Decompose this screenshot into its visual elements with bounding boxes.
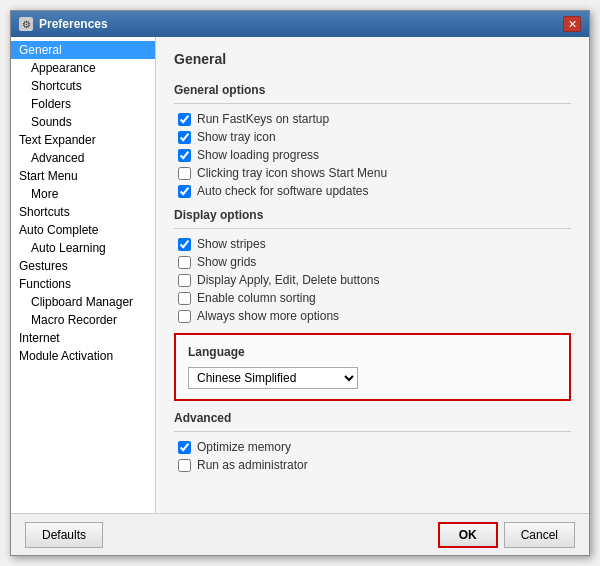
general-options-list: Run FastKeys on startupShow tray iconSho… bbox=[174, 112, 571, 198]
cancel-button[interactable]: Cancel bbox=[504, 522, 575, 548]
general-option-label-2: Show loading progress bbox=[197, 148, 319, 162]
display-options-label: Display options bbox=[174, 208, 571, 222]
advanced-option-row-0: Optimize memory bbox=[174, 440, 571, 454]
sidebar-item-folders[interactable]: Folders bbox=[11, 95, 155, 113]
general-option-checkbox-0[interactable] bbox=[178, 113, 191, 126]
footer-right: OK Cancel bbox=[438, 522, 575, 548]
title-bar-left: ⚙ Preferences bbox=[19, 17, 108, 31]
general-option-row-0: Run FastKeys on startup bbox=[174, 112, 571, 126]
sidebar-item-internet[interactable]: Internet bbox=[11, 329, 155, 347]
dialog-icon: ⚙ bbox=[19, 17, 33, 31]
sidebar-item-auto-complete[interactable]: Auto Complete bbox=[11, 221, 155, 239]
sidebar-item-text-expander[interactable]: Text Expander bbox=[11, 131, 155, 149]
dialog-footer: Defaults OK Cancel bbox=[11, 513, 589, 555]
display-option-label-4: Always show more options bbox=[197, 309, 339, 323]
general-option-row-4: Auto check for software updates bbox=[174, 184, 571, 198]
language-select-row: Chinese SimplifiedEnglishGermanFrench bbox=[188, 367, 557, 389]
display-option-checkbox-4[interactable] bbox=[178, 310, 191, 323]
sidebar-item-more[interactable]: More bbox=[11, 185, 155, 203]
sidebar-item-start-menu[interactable]: Start Menu bbox=[11, 167, 155, 185]
general-options-label: General options bbox=[174, 83, 571, 97]
sidebar-item-module-activation[interactable]: Module Activation bbox=[11, 347, 155, 365]
general-option-checkbox-4[interactable] bbox=[178, 185, 191, 198]
general-option-row-3: Clicking tray icon shows Start Menu bbox=[174, 166, 571, 180]
advanced-option-label-1: Run as administrator bbox=[197, 458, 308, 472]
close-button[interactable]: ✕ bbox=[563, 16, 581, 32]
general-option-label-3: Clicking tray icon shows Start Menu bbox=[197, 166, 387, 180]
general-option-checkbox-2[interactable] bbox=[178, 149, 191, 162]
sidebar-item-gestures[interactable]: Gestures bbox=[11, 257, 155, 275]
sidebar: GeneralAppearanceShortcutsFoldersSoundsT… bbox=[11, 37, 156, 513]
sidebar-item-sounds[interactable]: Sounds bbox=[11, 113, 155, 131]
sidebar-item-shortcuts[interactable]: Shortcuts bbox=[11, 203, 155, 221]
display-option-label-2: Display Apply, Edit, Delete buttons bbox=[197, 273, 380, 287]
display-option-checkbox-0[interactable] bbox=[178, 238, 191, 251]
general-option-checkbox-3[interactable] bbox=[178, 167, 191, 180]
display-option-checkbox-1[interactable] bbox=[178, 256, 191, 269]
advanced-options-list: Optimize memoryRun as administrator bbox=[174, 440, 571, 472]
display-option-row-1: Show grids bbox=[174, 255, 571, 269]
sidebar-item-appearance[interactable]: Appearance bbox=[11, 59, 155, 77]
advanced-option-checkbox-1[interactable] bbox=[178, 459, 191, 472]
sidebar-item-shortcuts[interactable]: Shortcuts bbox=[11, 77, 155, 95]
display-option-checkbox-3[interactable] bbox=[178, 292, 191, 305]
dialog-title: Preferences bbox=[39, 17, 108, 31]
general-option-row-1: Show tray icon bbox=[174, 130, 571, 144]
advanced-option-label-0: Optimize memory bbox=[197, 440, 291, 454]
sidebar-item-macro-recorder[interactable]: Macro Recorder bbox=[11, 311, 155, 329]
content-title: General bbox=[174, 51, 571, 71]
display-option-row-2: Display Apply, Edit, Delete buttons bbox=[174, 273, 571, 287]
sidebar-item-clipboard-manager[interactable]: Clipboard Manager bbox=[11, 293, 155, 311]
display-option-label-1: Show grids bbox=[197, 255, 256, 269]
general-option-label-0: Run FastKeys on startup bbox=[197, 112, 329, 126]
display-option-label-0: Show stripes bbox=[197, 237, 266, 251]
dialog-body: GeneralAppearanceShortcutsFoldersSoundsT… bbox=[11, 37, 589, 513]
advanced-option-checkbox-0[interactable] bbox=[178, 441, 191, 454]
display-options-divider bbox=[174, 228, 571, 229]
advanced-option-row-1: Run as administrator bbox=[174, 458, 571, 472]
language-label: Language bbox=[188, 345, 557, 359]
advanced-label: Advanced bbox=[174, 411, 571, 425]
defaults-button[interactable]: Defaults bbox=[25, 522, 103, 548]
sidebar-item-auto-learning[interactable]: Auto Learning bbox=[11, 239, 155, 257]
display-option-row-3: Enable column sorting bbox=[174, 291, 571, 305]
display-option-row-0: Show stripes bbox=[174, 237, 571, 251]
advanced-divider bbox=[174, 431, 571, 432]
general-option-label-4: Auto check for software updates bbox=[197, 184, 368, 198]
preferences-dialog: ⚙ Preferences ✕ GeneralAppearanceShortcu… bbox=[10, 10, 590, 556]
general-option-row-2: Show loading progress bbox=[174, 148, 571, 162]
general-option-label-1: Show tray icon bbox=[197, 130, 276, 144]
sidebar-item-general[interactable]: General bbox=[11, 41, 155, 59]
display-options-list: Show stripesShow gridsDisplay Apply, Edi… bbox=[174, 237, 571, 323]
display-option-checkbox-2[interactable] bbox=[178, 274, 191, 287]
display-option-label-3: Enable column sorting bbox=[197, 291, 316, 305]
general-options-divider bbox=[174, 103, 571, 104]
language-section: Language Chinese SimplifiedEnglishGerman… bbox=[174, 333, 571, 401]
sidebar-item-functions[interactable]: Functions bbox=[11, 275, 155, 293]
display-option-row-4: Always show more options bbox=[174, 309, 571, 323]
language-select[interactable]: Chinese SimplifiedEnglishGermanFrench bbox=[188, 367, 358, 389]
general-option-checkbox-1[interactable] bbox=[178, 131, 191, 144]
title-bar: ⚙ Preferences ✕ bbox=[11, 11, 589, 37]
content-area: General General options Run FastKeys on … bbox=[156, 37, 589, 513]
ok-button[interactable]: OK bbox=[438, 522, 498, 548]
sidebar-item-advanced[interactable]: Advanced bbox=[11, 149, 155, 167]
